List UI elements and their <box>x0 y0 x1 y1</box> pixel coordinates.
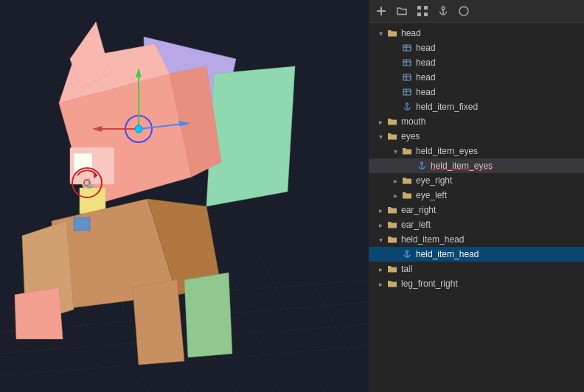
expand-arrow-tail[interactable] <box>375 263 386 275</box>
mesh-icon-head-1 <box>401 42 413 54</box>
svg-rect-44 <box>377 10 386 12</box>
folder-icon-held-item-eyes-parent <box>401 145 413 157</box>
folder-icon-tail <box>386 263 398 275</box>
expand-arrow-ear-right[interactable] <box>375 204 386 216</box>
grid-icon[interactable] <box>416 4 429 18</box>
svg-marker-15 <box>206 66 295 206</box>
item-label-head-parent: head <box>401 28 421 38</box>
anchor-icon-held-item-head <box>401 248 413 260</box>
expand-arrow-eyes[interactable] <box>375 130 386 142</box>
tree-item-head-2[interactable]: head <box>369 55 584 70</box>
expand-arrow-head-4[interactable] <box>389 86 401 98</box>
tree-item-mouth[interactable]: mouth <box>369 114 584 129</box>
svg-rect-29 <box>74 217 90 231</box>
tree-item-ear-right[interactable]: ear_right <box>369 203 584 217</box>
svg-point-53 <box>459 7 468 15</box>
viewport-panel[interactable]: ⚓ <box>0 0 369 392</box>
svg-rect-54 <box>403 45 411 51</box>
expand-arrow-held-item-head-parent[interactable] <box>375 234 386 245</box>
anchor-icon-held-item-fixed <box>401 101 413 113</box>
folder-icon-leg-front-right <box>386 278 398 290</box>
tree-item-held-item-eyes[interactable]: held_item_eyes <box>369 158 584 173</box>
item-label-mouth: mouth <box>401 116 425 127</box>
item-label-held-item-head-parent: held_item_head <box>401 234 464 245</box>
svg-marker-28 <box>184 273 232 357</box>
scene-hierarchy-panel: headheadheadheadheadheld_item_fixedmouth… <box>369 0 584 392</box>
tree-item-head-4[interactable]: head <box>369 85 584 99</box>
mesh-icon-head-3 <box>401 71 413 83</box>
tree-item-held-item-head-parent[interactable]: held_item_head <box>369 232 584 247</box>
svg-rect-48 <box>424 13 428 16</box>
item-label-head-3: head <box>416 72 436 83</box>
expand-arrow-head-2[interactable] <box>389 57 401 69</box>
tree-item-eyes[interactable]: eyes <box>369 129 584 144</box>
expand-arrow-held-item-eyes-parent[interactable] <box>389 145 401 157</box>
svg-point-66 <box>406 103 409 105</box>
item-label-ear-left: ear_left <box>401 220 431 230</box>
tree-item-held-item-head[interactable]: held_item_head <box>369 247 584 262</box>
expand-arrow-ear-left[interactable] <box>375 219 386 231</box>
folder-icon-eye-left <box>401 189 413 201</box>
scene-tree[interactable]: headheadheadheadheadheld_item_fixedmouth… <box>369 23 584 392</box>
folder-icon-head-parent <box>386 27 398 39</box>
expand-arrow-leg-front-right[interactable] <box>375 278 386 290</box>
item-label-head-1: head <box>416 43 436 53</box>
tree-item-tail[interactable]: tail <box>369 262 584 276</box>
item-label-eye-left: eye_left <box>416 190 447 200</box>
item-label-eyes: eyes <box>401 131 420 141</box>
mesh-icon-head-2 <box>401 57 413 69</box>
folder-icon[interactable] <box>395 4 409 18</box>
folder-icon-ear-left <box>386 219 398 231</box>
svg-rect-60 <box>403 74 411 80</box>
tree-item-eye-left[interactable]: eye_left <box>369 188 584 203</box>
mesh-icon-head-4 <box>401 86 413 98</box>
svg-rect-57 <box>403 60 411 66</box>
svg-rect-45 <box>417 6 421 10</box>
svg-rect-63 <box>403 89 411 95</box>
expand-arrow-mouth[interactable] <box>375 116 386 127</box>
folder-icon-eye-right <box>401 175 413 186</box>
panel-toolbar <box>369 0 584 23</box>
circle-icon[interactable] <box>457 4 470 18</box>
expand-arrow-held-item-fixed[interactable] <box>389 101 401 113</box>
tree-item-head-3[interactable]: head <box>369 70 584 85</box>
expand-arrow-eye-left[interactable] <box>389 189 401 201</box>
item-label-held-item-eyes: held_item_eyes <box>431 161 493 171</box>
expand-arrow-head-3[interactable] <box>389 71 401 83</box>
tree-item-leg-front-right[interactable]: leg_front_right <box>369 276 584 291</box>
svg-text:⚓: ⚓ <box>83 178 94 189</box>
folder-icon-ear-right <box>386 204 398 216</box>
item-label-held-item-eyes-parent: held_item_eyes <box>416 146 478 156</box>
svg-point-70 <box>421 162 423 164</box>
folder-icon-held-item-head-parent <box>386 234 398 245</box>
svg-point-74 <box>406 251 409 253</box>
svg-marker-26 <box>15 287 63 339</box>
expand-arrow-held-item-eyes[interactable] <box>404 160 416 172</box>
tree-item-held-item-eyes-parent[interactable]: held_item_eyes <box>369 144 584 158</box>
expand-arrow-held-item-head[interactable] <box>389 248 401 260</box>
tree-item-ear-left[interactable]: ear_left <box>369 217 584 232</box>
anchor-icon-held-item-eyes <box>416 160 428 172</box>
expand-arrow-head-1[interactable] <box>389 42 401 54</box>
anchor-icon[interactable] <box>437 4 450 18</box>
item-label-leg-front-right: leg_front_right <box>401 279 458 289</box>
item-label-held-item-fixed: held_item_fixed <box>416 102 478 112</box>
tree-item-eye-right[interactable]: eye_right <box>369 173 584 188</box>
svg-rect-47 <box>417 13 421 16</box>
svg-point-49 <box>442 7 445 10</box>
add-icon[interactable] <box>375 4 388 18</box>
item-label-tail: tail <box>401 264 412 274</box>
tree-item-head-1[interactable]: head <box>369 41 584 55</box>
expand-arrow-eye-right[interactable] <box>389 175 401 186</box>
svg-rect-46 <box>424 6 428 10</box>
expand-arrow-head-parent[interactable] <box>375 27 386 39</box>
item-label-head-2: head <box>416 57 436 68</box>
item-label-ear-right: ear_right <box>401 205 436 215</box>
item-label-eye-right: eye_right <box>416 175 452 186</box>
folder-icon-eyes <box>386 130 398 142</box>
tree-item-head-parent[interactable]: head <box>369 26 584 41</box>
item-label-head-4: head <box>416 87 436 97</box>
tree-item-held-item-fixed[interactable]: held_item_fixed <box>369 99 584 114</box>
item-label-held-item-head: held_item_head <box>416 249 479 259</box>
folder-icon-mouth <box>386 116 398 127</box>
